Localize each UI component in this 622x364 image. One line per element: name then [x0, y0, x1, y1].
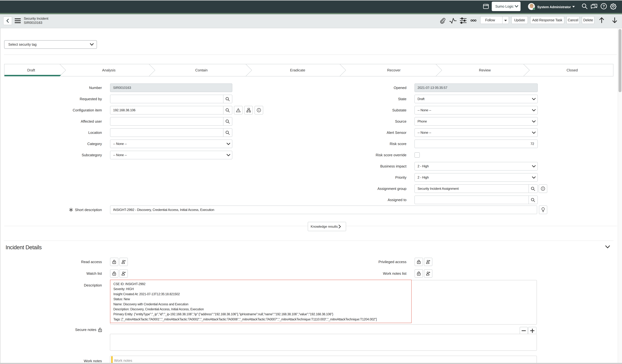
svg-text:Closed: Closed	[567, 68, 578, 72]
svg-text:Contain: Contain	[195, 68, 208, 72]
svg-text:Recover: Recover	[387, 68, 401, 72]
svg-text:Eradicate: Eradicate	[290, 68, 305, 72]
svg-text:Analysis: Analysis	[102, 68, 116, 72]
svg-text:?: ?	[603, 4, 605, 8]
svg-text:Review: Review	[479, 68, 491, 72]
svg-text:Draft: Draft	[27, 68, 35, 72]
